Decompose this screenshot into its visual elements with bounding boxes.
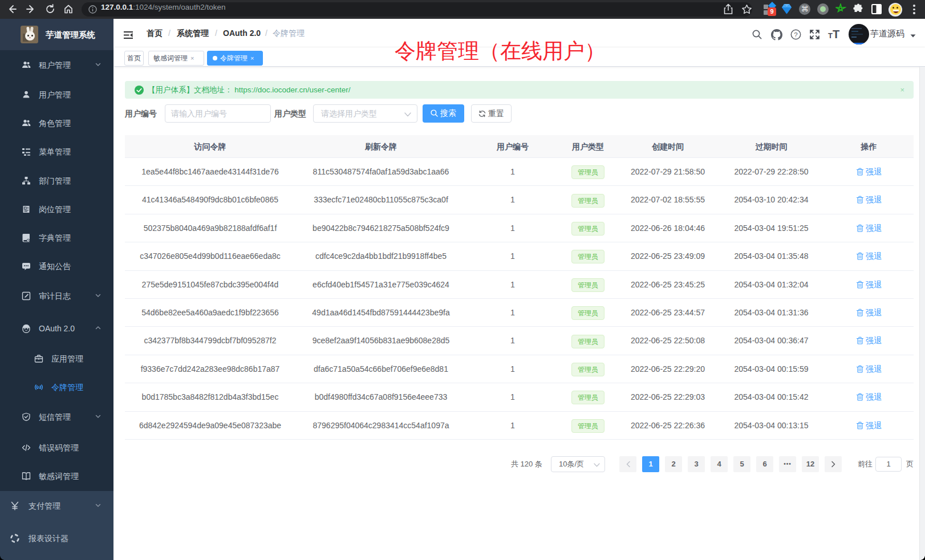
svg-text:A: A	[38, 385, 40, 389]
svg-text:?: ?	[794, 31, 797, 38]
